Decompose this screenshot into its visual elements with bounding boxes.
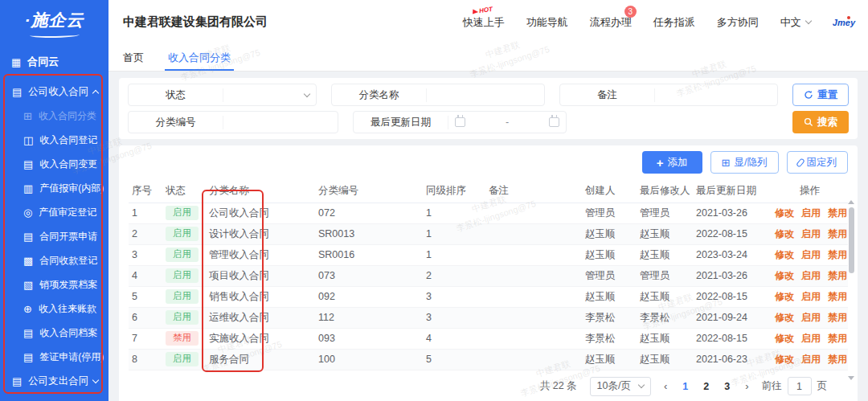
cell-order: 5 — [423, 349, 485, 370]
search-button[interactable]: 搜索 — [792, 111, 849, 133]
filter-panel: 状态 分类名称 0/32 备注 0/255 — [119, 78, 858, 139]
toggle-columns-button[interactable]: ⊞ 显/隐列 — [710, 151, 779, 174]
enable-action-link[interactable]: 启用 — [801, 291, 821, 302]
remark-input[interactable] — [661, 84, 791, 105]
cell-name: 管理收入合同 — [206, 244, 315, 265]
cell-updated: 2023-03-24 — [693, 244, 772, 265]
status-badge: 启用 — [166, 289, 199, 305]
goto-page-input[interactable] — [788, 377, 812, 395]
cell-seq: 7 — [129, 328, 162, 349]
add-button[interactable]: + 添加 — [642, 151, 702, 174]
disable-action-link[interactable]: 禁用 — [828, 228, 847, 239]
sidebar-item-output-invoice-archive[interactable]: ▧ 销项发票档案 — [0, 272, 108, 297]
nav-quick-start[interactable]: HOT 快速上手 — [463, 15, 505, 30]
next-page-button[interactable]: › — [745, 380, 748, 392]
sidebar-item-visa-apply-disabled[interactable]: ▤ 签证申请(停用) — [0, 345, 108, 369]
logo-underline — [30, 32, 80, 38]
cell-modifier: 管理员 — [637, 265, 693, 286]
enable-action-link[interactable]: 启用 — [801, 354, 821, 365]
edit-action-link[interactable]: 修改 — [775, 333, 794, 344]
disable-action-link[interactable]: 禁用 — [828, 354, 847, 365]
page-2[interactable]: 2 — [703, 381, 709, 392]
enable-action-link[interactable]: 启用 — [801, 249, 821, 260]
enable-action-link[interactable]: 启用 — [801, 207, 821, 219]
category-name-input[interactable] — [433, 84, 563, 105]
language-selector[interactable]: 中文 — [780, 15, 811, 30]
nav-process-handling[interactable]: 3 流程办理 — [590, 15, 632, 30]
disable-action-link[interactable]: 禁用 — [828, 207, 847, 219]
sidebar-item-invoice-apply[interactable]: ▤ 合同开票申请 — [0, 224, 108, 248]
edit-action-link[interactable]: 修改 — [775, 207, 794, 219]
edit-action-link[interactable]: 修改 — [775, 291, 794, 302]
disable-action-link[interactable]: 禁用 — [828, 249, 847, 260]
category-name-filter: 分类名称 0/32 — [331, 84, 545, 106]
calendar-icon[interactable] — [455, 117, 465, 127]
sidebar-group-company-expense-contract[interactable]: ▤ 公司支出合同 — [0, 369, 108, 393]
sidebar-item-income-contract-change[interactable]: ▤ 收入合同变更 — [0, 152, 108, 176]
invoice-doc-icon: ▤ — [23, 231, 33, 242]
pin-columns-button[interactable]: 固定列 — [787, 151, 849, 174]
calendar-icon[interactable] — [549, 117, 559, 127]
brand-logo: Jmey — [833, 18, 855, 27]
disable-action-link[interactable]: 禁用 — [828, 270, 847, 281]
contract-folder-icon: ▤ — [12, 87, 22, 97]
reset-button[interactable]: 重置 — [792, 84, 849, 106]
sidebar-item-output-approval-register[interactable]: ◎ 产值审定登记 — [0, 200, 108, 224]
page-size-select[interactable]: 10条/页 — [590, 377, 651, 396]
sidebar-item-payment-register[interactable]: ▩ 合同收款登记 — [0, 248, 108, 272]
sidebar-item-contract-cloud[interactable]: ▦ 合同云 — [0, 51, 108, 73]
cell-code: 092 — [315, 286, 423, 307]
edit-action-link[interactable]: 修改 — [775, 354, 794, 365]
page-3[interactable]: 3 — [724, 381, 730, 392]
disable-action-link[interactable]: 禁用 — [828, 312, 847, 323]
approval-circle-icon: ◎ — [23, 207, 32, 218]
search-icon — [804, 117, 813, 127]
edit-action-link[interactable]: 修改 — [775, 312, 794, 323]
cell-seq: 1 — [129, 203, 162, 223]
tab-home[interactable]: 首页 — [123, 44, 144, 71]
scroll-up-icon[interactable] — [848, 200, 854, 204]
cell-code: 112 — [315, 307, 423, 328]
cell-remark — [485, 349, 582, 370]
tab-income-contract-category[interactable]: 收入合同分类 — [168, 44, 231, 71]
enable-action-link[interactable]: 启用 — [801, 312, 821, 323]
disable-action-link[interactable]: 禁用 — [828, 291, 847, 302]
last-update-date-filter: 最后更新日期 - — [353, 111, 567, 133]
sidebar-item-income-transactions[interactable]: ⊕ 收入往来账款 — [0, 297, 108, 321]
nav-task-assignment[interactable]: 任务指派 — [653, 15, 695, 30]
page-1[interactable]: 1 — [682, 381, 688, 392]
enable-action-link[interactable]: 启用 — [801, 228, 821, 239]
disable-action-link[interactable]: 禁用 — [828, 333, 847, 344]
reset-icon — [804, 90, 813, 100]
cell-modifier: 赵玉顺 — [637, 349, 693, 370]
nav-multi-collaboration[interactable]: 多方协同 — [717, 15, 759, 30]
chevron-down-icon — [92, 377, 99, 383]
category-code-input[interactable] — [230, 112, 359, 133]
cell-creator: 赵玉顺 — [582, 244, 637, 265]
enable-action-link[interactable]: 启用 — [801, 270, 821, 281]
status-select[interactable] — [223, 84, 316, 105]
enable-action-link[interactable]: 启用 — [801, 333, 821, 344]
edit-action-link[interactable]: 修改 — [775, 270, 794, 281]
paperclip-icon — [796, 158, 805, 167]
chevron-up-icon — [92, 90, 99, 96]
scroll-down-icon[interactable] — [848, 376, 854, 380]
sidebar-item-income-contract-category[interactable]: ⊞ 收入合同分类 — [0, 104, 108, 128]
cell-creator: 管理员 — [582, 265, 637, 286]
prev-page-button[interactable]: ‹ — [664, 380, 667, 392]
edit-action-link[interactable]: 修改 — [775, 249, 794, 260]
table-scrollbar[interactable] — [847, 200, 855, 380]
nav-feature-navigation[interactable]: 功能导航 — [526, 15, 568, 30]
sidebar-item-income-contract-register[interactable]: ◫ 收入合同登记 — [0, 128, 108, 152]
cell-seq: 5 — [129, 286, 162, 307]
edit-action-link[interactable]: 修改 — [775, 228, 794, 239]
scrollbar-thumb[interactable] — [849, 207, 854, 273]
tab-bar: 首页 收入合同分类 — [108, 44, 868, 72]
sidebar-item-output-report-internal[interactable]: ▥ 产值报审(内部) — [0, 176, 108, 200]
table-header-row: 序号 状态 分类名称 分类编号 同级排序 备注 创建人 最后修改人 最后更新日期… — [129, 179, 848, 203]
grid-icon: ▦ — [11, 57, 21, 68]
status-badge: 启用 — [166, 206, 199, 221]
sidebar-item-income-contract-archive[interactable]: ▤ 收入合同档案 — [0, 321, 108, 345]
sidebar-group-company-income-contract[interactable]: ▤ 公司收入合同 — [0, 80, 108, 104]
cell-modifier: 赵玉顺 — [637, 328, 693, 349]
